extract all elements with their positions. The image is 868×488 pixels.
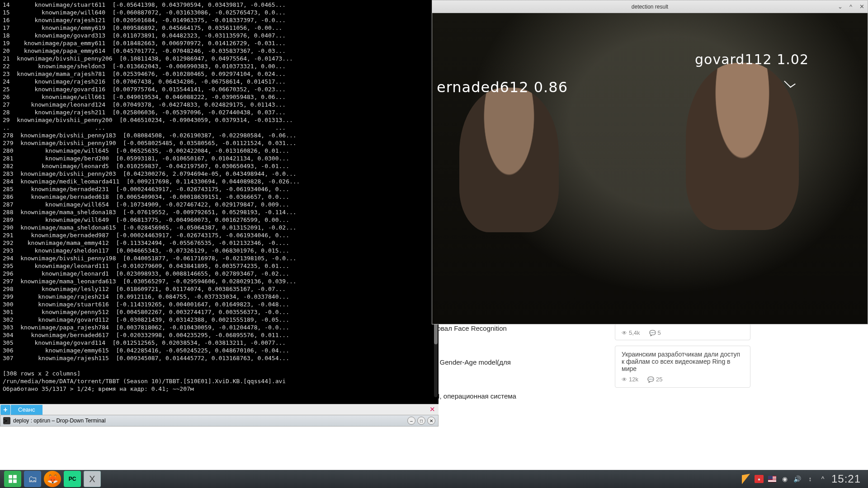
svg-rect-3 [13,479,17,483]
clock[interactable]: 15:21 [831,473,861,485]
terminal-tab[interactable]: Сеанс [11,405,42,415]
close-button[interactable]: ✕ [427,417,435,425]
detection-image: ernaded612 0.86 govard112 1.02 [432,13,868,324]
close-button[interactable]: ✕ [858,2,866,10]
detection-label-1: ernaded612 0.86 [437,79,568,96]
card-item[interactable]: Украинским разработчикам дали доступ к ф… [615,346,750,388]
terminal-title: deploy : optirun – Drop-Down Terminal [13,418,406,424]
maximize-button[interactable]: □ [417,417,425,425]
terminal-output[interactable]: 14 knownimage/stuart611 [-0.05641398, 0.… [0,0,434,400]
tray-expand-icon[interactable]: ^ [819,475,827,483]
tray-rec-icon[interactable]: ● [755,475,764,483]
svg-rect-1 [13,475,17,479]
firefox-button[interactable]: 🦊 [44,471,61,487]
terminal-window: 14 knownimage/stuart611 [-0.05641398, 0.… [0,0,439,427]
views-count: 12k [622,376,638,383]
detection-label-2: govard112 1.02 [695,52,809,67]
detection-title-bar[interactable]: detection result ⌄ ^ ✕ [432,0,868,13]
article-side: зовал Face Recognition и Gender-Age mode… [434,324,542,400]
svg-rect-0 [9,475,12,479]
new-tab-button[interactable]: + [0,405,10,415]
pycharm-button[interactable]: PC [64,471,81,487]
link-face-recognition[interactable]: Face Recognition [454,324,507,332]
bluetooth-icon[interactable]: ↕ [806,475,814,483]
volume-icon[interactable]: 🔊 [793,475,802,483]
wifi-icon[interactable]: ◉ [781,475,789,483]
detected-face-1 [459,88,559,232]
comments-count: 25 [647,376,662,383]
close-tab-button[interactable]: ✕ [428,405,437,414]
minimize-button[interactable]: – [407,417,415,425]
tray-app-icon[interactable] [742,474,750,484]
detection-window: detection result ⌄ ^ ✕ ernaded612 0.86 g… [432,0,868,324]
sidebar-cards: 5,4k 5 Украинским разработчикам дали дос… [615,324,750,393]
card-item[interactable]: 5,4k 5 [615,324,750,340]
taskbar: 🗂 🦊 PC X ● ◉ 🔊 ↕ ^ 15:21 [0,470,868,488]
detection-title: detection result [632,4,668,10]
terminal-icon: > [3,417,10,424]
terminal-tab-bar: + Сеанс ✕ [0,404,439,415]
svg-rect-2 [9,479,12,483]
system-tray: ● ◉ 🔊 ↕ ^ 15:21 [742,473,865,485]
card-title: Украинским разработчикам дали доступ к ф… [622,351,744,372]
start-menu-button[interactable] [4,471,21,487]
terminal-title-bar[interactable]: > deploy : optirun – Drop-Down Terminal … [0,415,439,427]
views-count: 5,4k [622,329,640,336]
app-x-button[interactable]: X [84,471,101,487]
minimize-button[interactable]: ⌄ [836,2,844,10]
detected-face-2 [686,63,799,230]
maximize-button[interactable]: ^ [847,2,855,10]
file-manager-button[interactable]: 🗂 [24,471,41,487]
comments-count: 5 [649,329,661,336]
link-gender-age[interactable]: Gender-Age model [440,358,497,366]
keyboard-layout-icon[interactable] [768,475,776,483]
